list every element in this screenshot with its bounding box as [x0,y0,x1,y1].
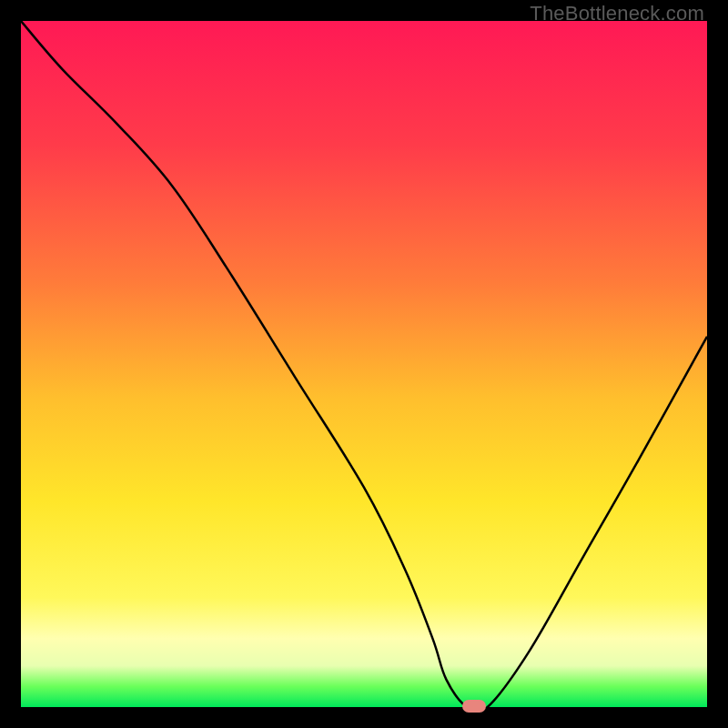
plot-area [21,21,707,707]
watermark-text: TheBottleneck.com [530,2,704,25]
chart-frame: TheBottleneck.com [0,0,728,728]
curve-path [21,21,707,707]
optimal-marker [462,700,486,713]
bottleneck-curve [21,21,707,707]
